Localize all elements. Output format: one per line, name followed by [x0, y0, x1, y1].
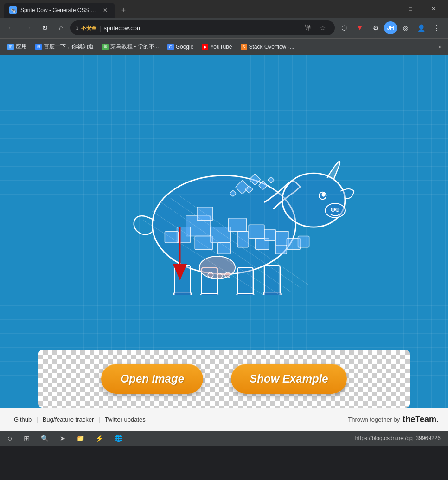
status-browser: 🌐 — [115, 435, 122, 442]
svg-rect-30 — [275, 245, 287, 254]
bookmarks-more-button[interactable]: » — [435, 42, 444, 52]
stackoverflow-label: Stack Overflow -... — [249, 44, 294, 50]
youtube-favicon: ▶ — [202, 44, 208, 50]
address-text: spritecow.com — [103, 25, 299, 32]
address-bar[interactable]: ℹ 不安全 | spritecow.com 译 ☆ — [70, 20, 335, 35]
bookmark-star-icon[interactable]: ☆ — [316, 21, 329, 34]
svg-rect-9 — [237, 267, 253, 295]
svg-rect-26 — [249, 225, 264, 238]
twitter-link[interactable]: Twitter updates — [100, 416, 150, 423]
footer-links: Github | Bug/feature tracker | Twitter u… — [9, 416, 150, 423]
svg-point-3 — [322, 194, 325, 196]
svg-marker-47 — [173, 264, 187, 280]
bookmark-google[interactable]: G Google — [164, 42, 198, 52]
translate-icon[interactable]: 译 — [301, 21, 314, 34]
security-lock-icon: ℹ — [76, 25, 78, 31]
apps-favicon: ⊞ — [7, 44, 14, 50]
bookmark-runoob[interactable]: 菜 菜鸟教程 - 学的不... — [98, 41, 163, 52]
status-left: ○ ⊞ 🔍 ➤ 📁 ⚡ 🌐 — [7, 434, 122, 443]
back-button[interactable]: ← — [4, 20, 19, 35]
team-name: theTeam. — [403, 415, 439, 424]
svg-rect-13 — [237, 293, 254, 295]
svg-rect-12 — [201, 293, 218, 295]
svg-point-1 — [282, 173, 345, 227]
security-warning-label: 不安全 — [81, 25, 96, 32]
open-image-button[interactable]: Open Image — [101, 364, 203, 394]
youtube-label: YouTube — [210, 44, 232, 50]
svg-rect-10 — [264, 265, 280, 295]
show-example-button[interactable]: Show Example — [231, 364, 346, 394]
nav-right-buttons: ⬡ ▼ ⚙ JH ◎ 👤 ⋮ — [337, 20, 444, 35]
settings-icon[interactable]: ⚙ — [368, 20, 383, 35]
footer: Github | Bug/feature tracker | Twitter u… — [0, 408, 448, 431]
arrow-indicator — [168, 227, 192, 283]
address-bar-icons: 译 ☆ — [301, 21, 329, 34]
svg-point-18 — [225, 272, 230, 278]
status-folder: 📁 — [77, 435, 84, 442]
cow-illustration — [90, 110, 358, 295]
svg-rect-20 — [195, 236, 213, 250]
new-tab-button[interactable]: + — [117, 4, 130, 17]
bookmark-youtube[interactable]: ▶ YouTube — [198, 42, 236, 52]
svg-rect-22 — [218, 243, 231, 254]
stackoverflow-favicon: S — [241, 44, 247, 50]
github-link[interactable]: Github — [9, 416, 36, 423]
tab-favicon: 🐄 — [9, 6, 17, 14]
extensions-icon[interactable]: ⬡ — [337, 20, 352, 35]
baidu-label: 百度一下，你就知道 — [44, 43, 94, 51]
title-bar: 🐄 Sprite Cow - Generate CSS for... ✕ + ─… — [0, 0, 448, 18]
baidu-favicon: 百 — [35, 44, 42, 50]
svg-point-5 — [331, 208, 335, 212]
thrown-label: Thrown together by — [348, 416, 400, 423]
menu-icon[interactable]: ⋮ — [429, 20, 444, 35]
forward-button[interactable]: → — [20, 20, 35, 35]
window-controls: ─ □ ✕ — [377, 2, 444, 16]
close-button[interactable]: ✕ — [423, 2, 444, 16]
bookmark-stackoverflow[interactable]: S Stack Overflow -... — [237, 42, 298, 52]
svg-point-16 — [208, 272, 213, 278]
browser-tab[interactable]: 🐄 Sprite Cow - Generate CSS for... ✕ — [4, 3, 115, 18]
nav-bar: ← → ↻ ⌂ ℹ 不安全 | spritecow.com 译 ☆ ⬡ ▼ ⚙ … — [0, 18, 448, 38]
apps-label: 应用 — [16, 43, 27, 51]
status-search: 🔍 — [41, 435, 49, 442]
google-label: Google — [176, 44, 194, 50]
svg-rect-14 — [263, 292, 281, 295]
svg-rect-32 — [298, 236, 309, 247]
svg-rect-25 — [237, 232, 249, 247]
status-code: ⚡ — [96, 435, 103, 442]
reload-button[interactable]: ↻ — [37, 20, 52, 35]
address-separator: | — [99, 25, 101, 32]
maximize-button[interactable]: □ — [400, 2, 421, 16]
svg-rect-24 — [229, 218, 247, 232]
apps-button[interactable]: ⊞ 应用 — [4, 41, 31, 52]
status-bar: ○ ⊞ 🔍 ➤ 📁 ⚡ 🌐 https://blog.csdn.net/qq_3… — [0, 431, 448, 446]
button-panel: Open Image Show Example — [38, 350, 410, 408]
hero-area — [0, 55, 448, 350]
status-grid: ⊞ — [24, 434, 30, 443]
svg-rect-28 — [264, 229, 275, 240]
svg-point-17 — [217, 273, 223, 279]
svg-point-6 — [336, 208, 339, 212]
google-favicon: G — [167, 44, 174, 50]
runoob-favicon: 菜 — [102, 44, 109, 50]
status-circle: ○ — [7, 434, 13, 443]
status-arrow: ➤ — [60, 435, 65, 442]
home-button[interactable]: ⌂ — [54, 20, 69, 35]
vivaldi-icon[interactable]: ▼ — [352, 20, 367, 35]
sync-icon[interactable]: ◎ — [398, 20, 413, 35]
profile-avatar[interactable]: JH — [384, 21, 397, 34]
user-icon[interactable]: 👤 — [414, 20, 429, 35]
svg-rect-11 — [174, 292, 192, 295]
bookmark-baidu[interactable]: 百 百度一下，你就知道 — [32, 41, 97, 52]
page-content: Open Image Show Example — [0, 55, 448, 408]
runoob-label: 菜鸟教程 - 学的不... — [110, 43, 159, 51]
status-url: https://blog.csdn.net/qq_39969226 — [355, 435, 441, 441]
tab-close-button[interactable]: ✕ — [101, 6, 109, 14]
footer-right: Thrown together by theTeam. — [348, 415, 439, 424]
tab-title: Sprite Cow - Generate CSS for... — [20, 7, 97, 13]
bug-tracker-link[interactable]: Bug/feature tracker — [38, 416, 99, 423]
minimize-button[interactable]: ─ — [377, 2, 398, 16]
svg-rect-40 — [268, 177, 275, 183]
bookmarks-bar: ⊞ 应用 百 百度一下，你就知道 菜 菜鸟教程 - 学的不... G Googl… — [0, 38, 448, 55]
